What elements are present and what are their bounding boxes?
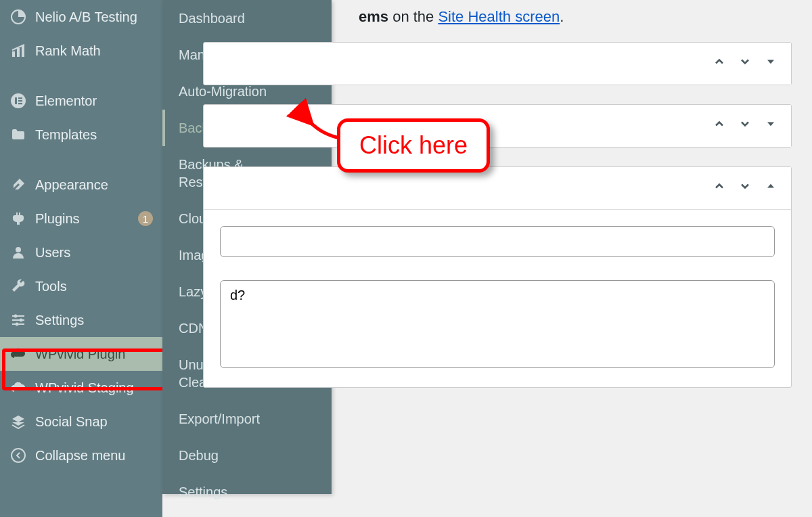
callout-text: Click here	[359, 131, 468, 159]
sidebar-item-templates[interactable]: Templates	[0, 118, 162, 152]
sidebar-item-label: Users	[35, 245, 153, 261]
sidebar-item-users[interactable]: Users	[0, 235, 162, 269]
sidebar-item-label: Elementor	[35, 93, 153, 109]
sidebar-item-label: Nelio A/B Testing	[35, 9, 153, 25]
sidebar-item-tools[interactable]: Tools	[0, 269, 162, 303]
wrench-icon	[9, 277, 27, 295]
sidebar-item-label: Templates	[35, 127, 153, 143]
collapse-icon	[9, 447, 27, 464]
sidebar-item-label: Appearance	[35, 177, 153, 193]
move-up-icon[interactable]	[713, 55, 726, 72]
cloud-icon	[9, 379, 27, 397]
toggle-icon[interactable]	[764, 179, 777, 197]
move-up-icon[interactable]	[713, 117, 726, 135]
svg-rect-6	[18, 97, 22, 99]
chart-icon	[9, 42, 27, 60]
svg-rect-2	[17, 48, 20, 57]
layers-icon	[9, 413, 27, 430]
svg-rect-8	[18, 103, 22, 104]
svg-point-9	[16, 247, 21, 252]
sidebar-item-label: Plugins	[35, 211, 127, 227]
sidebar-item-wpvivid[interactable]: WPvivid Plugin	[0, 337, 162, 371]
move-down-icon[interactable]	[738, 117, 752, 135]
plugin-update-badge: 1	[138, 211, 153, 226]
site-health-link[interactable]: Site Health screen	[438, 8, 560, 25]
panel-header[interactable]	[204, 43, 791, 85]
site-health-text: ems on the Site Health screen.	[359, 8, 792, 26]
sidebar-item-plugins[interactable]: Plugins 1	[0, 202, 162, 235]
collapsible-panel-2	[203, 104, 792, 148]
main-content: ems on the Site Health screen.	[183, 0, 812, 517]
svg-point-15	[16, 323, 19, 326]
move-down-icon[interactable]	[738, 179, 752, 197]
svg-rect-7	[18, 100, 22, 102]
admin-sidebar: Nelio A/B Testing Rank Math Elementor Te…	[0, 0, 162, 517]
elementor-icon	[9, 92, 27, 110]
svg-point-14	[20, 319, 23, 322]
svg-rect-1	[12, 51, 15, 57]
sidebar-item-label: Social Snap	[35, 414, 153, 430]
sidebar-item-label: Rank Math	[35, 43, 153, 59]
brush-icon	[9, 176, 27, 194]
sidebar-item-label: WPvivid Staging	[35, 380, 153, 396]
svg-rect-3	[22, 45, 24, 57]
sidebar-item-nelio[interactable]: Nelio A/B Testing	[0, 0, 162, 34]
svg-rect-5	[15, 97, 17, 104]
toggle-icon[interactable]	[764, 55, 777, 72]
collapsible-panel-1	[203, 42, 792, 85]
panel-body	[204, 209, 791, 387]
text-input[interactable]	[220, 226, 775, 257]
svg-point-13	[14, 315, 18, 318]
sidebar-item-appearance[interactable]: Appearance	[0, 168, 162, 202]
folder-icon	[9, 126, 27, 143]
sidebar-item-socialsnap[interactable]: Social Snap	[0, 405, 162, 439]
sidebar-item-label: Settings	[35, 313, 153, 328]
plug-icon	[9, 210, 27, 227]
svg-point-16	[12, 449, 25, 462]
move-down-icon[interactable]	[738, 55, 752, 72]
toggle-icon[interactable]	[764, 117, 777, 135]
sidebar-item-label: Collapse menu	[35, 448, 153, 464]
panel-header[interactable]	[204, 105, 791, 147]
cloud-icon	[9, 345, 27, 363]
annotation-callout: Click here	[337, 118, 490, 173]
textarea-input[interactable]	[220, 280, 775, 368]
sidebar-item-label: WPvivid Plugin	[35, 346, 153, 362]
sidebar-item-label: Tools	[35, 279, 153, 294]
collapsible-panel-3	[203, 166, 792, 388]
user-icon	[9, 244, 27, 261]
sidebar-item-elementor[interactable]: Elementor	[0, 84, 162, 118]
sidebar-item-wpvivid-staging[interactable]: WPvivid Staging	[0, 371, 162, 405]
sidebar-item-collapse[interactable]: Collapse menu	[0, 439, 162, 472]
panel-header[interactable]	[204, 167, 791, 209]
sliders-icon	[9, 311, 27, 329]
move-up-icon[interactable]	[713, 179, 726, 197]
sidebar-item-settings[interactable]: Settings	[0, 303, 162, 337]
sidebar-item-rankmath[interactable]: Rank Math	[0, 34, 162, 68]
ab-test-icon	[9, 8, 27, 26]
